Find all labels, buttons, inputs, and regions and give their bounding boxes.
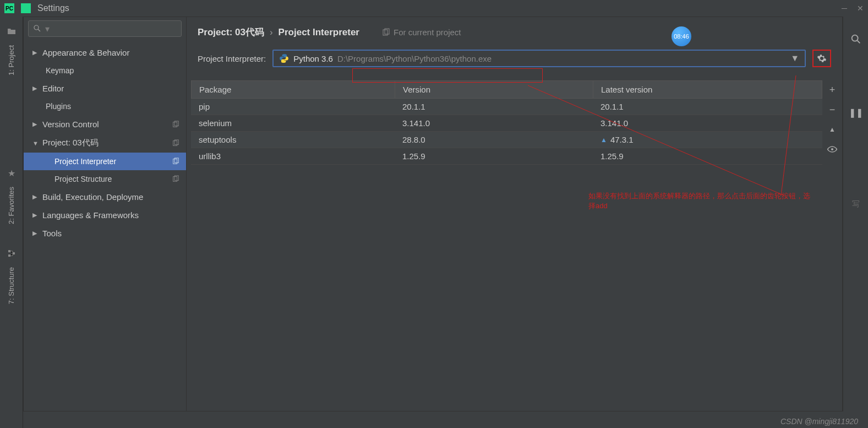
watermark: CSDN @mingji811920	[780, 417, 858, 426]
annotation-line	[187, 17, 842, 411]
for-current-project-label: For current project	[381, 28, 461, 37]
window-title: Settings	[37, 3, 842, 13]
interpreter-label: Project Interpreter:	[198, 54, 266, 63]
chevron-down-icon: ▼	[790, 53, 799, 63]
nav-languages-frameworks[interactable]: ▶Languages & Frameworks	[24, 206, 186, 224]
svg-point-17	[831, 148, 833, 150]
edit-icon[interactable]: 写	[852, 199, 860, 209]
search-icon[interactable]	[850, 33, 862, 48]
interpreter-row: Project Interpreter: Python 3.6 D:\Progr…	[187, 44, 842, 73]
package-latest: 1.25.9	[593, 151, 822, 161]
package-row[interactable]: selenium3.141.03.141.0	[191, 115, 822, 132]
pause-icon[interactable]: ❚❚	[849, 107, 863, 118]
pycharm-icon: PC	[4, 3, 14, 13]
copy-icon	[172, 139, 179, 147]
gear-icon	[817, 53, 827, 63]
clock-badge: 08:46	[672, 26, 691, 46]
breadcrumb-separator: ›	[270, 27, 273, 38]
copy-icon	[381, 28, 390, 37]
package-latest: 20.1.1	[593, 102, 822, 111]
annotation-text: 如果没有找到上面的系统解释器的路径，那么点击后面的齿轮按钮，选择add	[588, 191, 814, 211]
add-package-button[interactable]: +	[826, 84, 838, 96]
folder-icon[interactable]	[7, 26, 17, 36]
svg-rect-2	[13, 252, 15, 254]
interpreter-name: Python 3.6	[293, 54, 333, 63]
eye-icon	[827, 144, 838, 155]
minimize-icon[interactable]: ─	[842, 4, 847, 13]
packages-table: Package Version Latest version pip20.1.1…	[191, 80, 822, 165]
svg-line-6	[38, 29, 40, 31]
nav-appearance-behavior[interactable]: ▶Appearance & Behavior	[24, 44, 186, 62]
copy-icon	[172, 121, 179, 128]
svg-point-5	[34, 25, 39, 30]
package-latest: ▲47.3.1	[593, 135, 822, 144]
packages-panel: Package Version Latest version pip20.1.1…	[191, 80, 842, 165]
interpreter-path: D:\Programs\Python\Python36\python.exe	[337, 54, 786, 63]
svg-point-3	[851, 35, 858, 41]
tool-tab-project[interactable]: 1: Project	[5, 41, 18, 80]
tool-window-bar-left: 1: Project ★ 2: Favorites 7: Structure	[0, 17, 23, 428]
nav-editor[interactable]: ▶Editor	[24, 79, 186, 97]
close-icon[interactable]: ✕	[857, 4, 864, 13]
packages-header: Package Version Latest version	[191, 80, 822, 99]
package-actions: + − ▲	[822, 80, 842, 165]
interpreter-settings-button[interactable]	[812, 50, 831, 67]
svg-rect-0	[8, 250, 10, 252]
copy-icon	[172, 158, 179, 165]
package-name: selenium	[191, 118, 395, 128]
tool-tab-favorites[interactable]: 2: Favorites	[5, 182, 18, 229]
tool-tab-structure[interactable]: 7: Structure	[5, 263, 18, 308]
package-name: pip	[191, 102, 395, 111]
package-version: 20.1.1	[395, 102, 593, 111]
nav-version-control[interactable]: ▶Version Control	[24, 115, 186, 133]
package-name: urllib3	[191, 151, 395, 161]
svg-line-4	[857, 41, 860, 44]
structure-icon[interactable]	[7, 248, 17, 258]
nav-build-execution[interactable]: ▶Build, Execution, Deployme	[24, 188, 186, 206]
package-row[interactable]: setuptools28.8.0▲47.3.1	[191, 132, 822, 148]
package-version: 3.141.0	[395, 118, 593, 128]
nav-project[interactable]: ▼Project: 03代码	[24, 133, 186, 153]
nav-plugins[interactable]: Plugins	[24, 97, 186, 115]
show-package-button[interactable]	[826, 143, 838, 155]
search-icon	[33, 24, 42, 33]
settings-nav-list: ▶Appearance & Behavior Keymap ▶Editor Pl…	[24, 40, 186, 411]
breadcrumb-main: Project: 03代码	[198, 26, 264, 39]
package-version: 1.25.9	[395, 151, 593, 161]
pycharm-icon	[21, 3, 31, 13]
col-version[interactable]: Version	[395, 81, 593, 98]
settings-nav: ▾ ▶Appearance & Behavior Keymap ▶Editor …	[24, 17, 187, 411]
star-icon[interactable]: ★	[7, 168, 17, 178]
col-latest[interactable]: Latest version	[593, 81, 822, 98]
title-bar: PC Settings ─ ✕	[0, 0, 868, 17]
nav-tools[interactable]: ▶Tools	[24, 224, 186, 242]
col-package[interactable]: Package	[192, 81, 395, 98]
tool-window-bar-right: ❚❚ 写	[843, 17, 868, 411]
upgrade-package-button[interactable]: ▲	[826, 123, 838, 136]
package-latest: 3.141.0	[593, 118, 822, 128]
package-version: 28.8.0	[395, 135, 593, 144]
settings-search[interactable]: ▾	[28, 20, 182, 37]
remove-package-button[interactable]: −	[826, 104, 838, 116]
copy-icon	[172, 175, 179, 183]
svg-rect-1	[8, 254, 10, 257]
settings-dialog: ▾ ▶Appearance & Behavior Keymap ▶Editor …	[23, 17, 843, 411]
interpreter-dropdown[interactable]: Python 3.6 D:\Programs\Python\Python36\p…	[272, 50, 806, 67]
package-name: setuptools	[191, 135, 395, 144]
python-icon	[279, 53, 289, 63]
package-row[interactable]: urllib31.25.91.25.9	[191, 148, 822, 165]
nav-project-interpreter[interactable]: Project Interpreter	[24, 153, 186, 170]
upgrade-available-icon: ▲	[600, 136, 607, 144]
nav-keymap[interactable]: Keymap	[24, 62, 186, 79]
breadcrumb: Project: 03代码 › Project Interpreter For …	[187, 17, 842, 44]
breadcrumb-sub: Project Interpreter	[279, 27, 359, 38]
package-row[interactable]: pip20.1.120.1.1	[191, 99, 822, 115]
settings-content: Project: 03代码 › Project Interpreter For …	[187, 17, 842, 411]
nav-project-structure[interactable]: Project Structure	[24, 170, 186, 188]
